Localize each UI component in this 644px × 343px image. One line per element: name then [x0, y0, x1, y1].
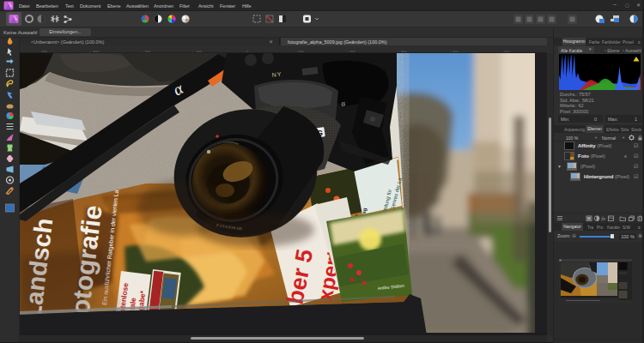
- svg-text:fx: fx: [602, 216, 606, 221]
- svg-text:NY: NY: [271, 71, 282, 78]
